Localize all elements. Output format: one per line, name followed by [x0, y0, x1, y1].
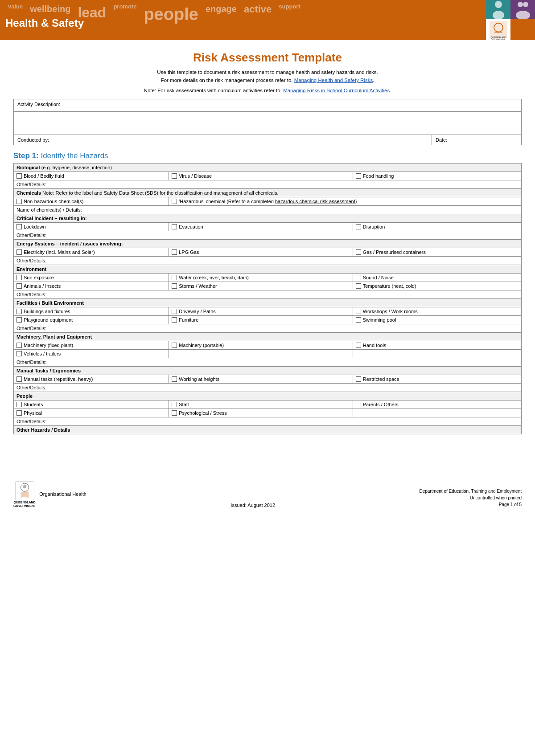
- energy-header-row: Energy Systems – incident / issues invol…: [14, 240, 522, 248]
- facilities-header-row: Facilities / Built Environment: [14, 299, 522, 307]
- cb-lockdown[interactable]: [16, 224, 22, 229]
- mach-item2: Machinery (portable): [169, 341, 353, 350]
- cb-restricted[interactable]: [356, 376, 361, 382]
- date-label: Date:: [436, 137, 447, 143]
- cb-workshops[interactable]: [356, 309, 361, 314]
- cb-staff[interactable]: [172, 402, 177, 407]
- cb-evacuation[interactable]: [172, 224, 177, 229]
- footer-left: QUEENSLANDGOVERNMENT Organisational Heal…: [13, 481, 86, 507]
- cb-mach-portable[interactable]: [172, 343, 177, 348]
- cb-manual-tasks[interactable]: [16, 376, 22, 382]
- cb-sound[interactable]: [356, 275, 361, 280]
- facilities-other-cell: Other/Details:: [14, 324, 522, 333]
- people-empty: [353, 409, 521, 417]
- critical-item3: Disruption: [353, 223, 521, 231]
- cb-temp[interactable]: [356, 283, 361, 289]
- machinery-items-row2: Vehicles / trailers: [14, 350, 522, 358]
- env-item6: Temperature (heat, cold): [353, 282, 521, 290]
- people-other-cell: Other/Details:: [14, 417, 522, 426]
- env-item2: Water (creek, river, beach, dam): [169, 274, 353, 282]
- energy-item2: LPG Gas: [169, 248, 353, 257]
- cb-storms[interactable]: [172, 283, 177, 289]
- cb-haz[interactable]: [172, 199, 177, 204]
- cb-playground[interactable]: [16, 317, 22, 323]
- page-footer: QUEENSLANDGOVERNMENT Organisational Heal…: [0, 481, 535, 512]
- energy-other-cell: Other/Details:: [14, 257, 522, 265]
- fac-item3: Workshops / Work rooms: [353, 307, 521, 316]
- conducted-label: Conducted by:: [17, 137, 49, 143]
- footer-org-label: Organisational Health: [39, 491, 86, 497]
- mach-item1: Machinery (fixed plant): [14, 341, 169, 350]
- cb-mach-fixed[interactable]: [16, 343, 22, 348]
- people-item4: Physical: [14, 409, 169, 417]
- energy-bold: Energy Systems – incident / issues invol…: [16, 241, 123, 246]
- chemicals-item1: Non-hazardous chemical(s): [14, 197, 169, 206]
- energy-item3: Gas / Pressurised containers: [353, 248, 521, 257]
- cb-gas[interactable]: [356, 249, 361, 255]
- manual-item3: Restricted space: [353, 375, 521, 384]
- biological-header-cell: Biological (e.g. hygiene, disease, infec…: [14, 163, 522, 172]
- other-hazards-row: Other Hazards / Details: [14, 426, 522, 434]
- cb-buildings[interactable]: [16, 309, 22, 314]
- qld-gov-logo: QUEENSLANDGOVERNMENT: [13, 481, 36, 507]
- critical-header-row: Critical Incident – resulting in:: [14, 214, 522, 223]
- biological-items-row: Blood / Bodily fluid Virus / Disease Foo…: [14, 172, 522, 180]
- cb-electricity[interactable]: [16, 249, 22, 255]
- mach-empty2: [353, 350, 521, 358]
- manual-other-row: Other/Details:: [14, 384, 522, 392]
- cb-blood[interactable]: [16, 173, 22, 179]
- date-cell: Date:: [432, 135, 521, 145]
- fac-item2: Driveway / Paths: [169, 307, 353, 316]
- cb-driveway[interactable]: [172, 309, 177, 314]
- chemicals-header-row: Chemicals Note: Refer to the label and S…: [14, 189, 522, 197]
- cb-vehicles[interactable]: [16, 351, 22, 356]
- page-header: value wellbeing lead promote people enga…: [0, 0, 535, 40]
- footer-page: Page 1 of 5: [419, 501, 522, 508]
- cb-psychological[interactable]: [172, 410, 177, 416]
- facilities-other-row: Other/Details:: [14, 324, 522, 333]
- cb-parents[interactable]: [356, 402, 361, 407]
- cb-hand-tools[interactable]: [356, 343, 361, 348]
- silhouette-icon: [489, 0, 508, 19]
- manual-header-row: Manual Tasks / Ergonomics: [14, 367, 522, 375]
- mach-item3: Hand tools: [353, 341, 521, 350]
- cb-pool[interactable]: [356, 317, 361, 323]
- intro-paragraph: Use this template to document a risk ass…: [13, 68, 522, 85]
- page-title: Risk Assessment Template: [13, 51, 522, 65]
- cb-furniture[interactable]: [172, 317, 177, 323]
- cb-heights[interactable]: [172, 376, 177, 382]
- intro-link1[interactable]: Managing Health and Safety Risks: [294, 78, 373, 83]
- cb-virus[interactable]: [172, 173, 177, 179]
- intro-note: Note: For risk assessments with curricul…: [13, 86, 522, 94]
- cb-nonhaz[interactable]: [16, 199, 22, 204]
- cb-disruption[interactable]: [356, 224, 361, 229]
- cb-sun[interactable]: [16, 275, 22, 280]
- chemicals-name-row: Name of chemical(s) / Details:: [14, 206, 522, 214]
- cb-physical[interactable]: [16, 410, 22, 416]
- cb-food[interactable]: [356, 173, 361, 179]
- cb-lpg[interactable]: [172, 249, 177, 255]
- environment-other-cell: Other/Details:: [14, 290, 522, 299]
- chemicals-name-cell: Name of chemical(s) / Details:: [14, 206, 522, 214]
- energy-item1: Electricity (incl. Mains and Solar): [14, 248, 169, 257]
- environment-other-row: Other/Details:: [14, 290, 522, 299]
- chemicals-item2: 'Hazardous' chemical (Refer to a complet…: [169, 197, 522, 206]
- conducted-by-cell: Conducted by:: [14, 135, 432, 145]
- manual-other-cell: Other/Details:: [14, 384, 522, 392]
- cb-water[interactable]: [172, 275, 177, 280]
- logo-cell-teal: [486, 0, 510, 19]
- svg-point-3: [523, 2, 528, 7]
- critical-other-cell: Other/Details:: [14, 231, 522, 240]
- manual-item2: Working at heights: [169, 375, 353, 384]
- biological-item2: Virus / Disease: [169, 172, 353, 180]
- critical-other-row: Other/Details:: [14, 231, 522, 240]
- env-item3: Sound / Noise: [353, 274, 521, 282]
- cb-animals[interactable]: [16, 283, 22, 289]
- step1-heading: Step 1: Identify the Hazards: [13, 151, 522, 160]
- wc-value: value: [8, 3, 23, 11]
- cb-students[interactable]: [16, 402, 22, 407]
- activity-body[interactable]: [14, 112, 521, 135]
- intro-line1: Use this template to document a risk ass…: [157, 69, 378, 75]
- facilities-items-row2: Playground equipment Furniture Swimming …: [14, 316, 522, 324]
- intro-link2[interactable]: Managing Risks in School Curriculum Acti…: [283, 88, 390, 93]
